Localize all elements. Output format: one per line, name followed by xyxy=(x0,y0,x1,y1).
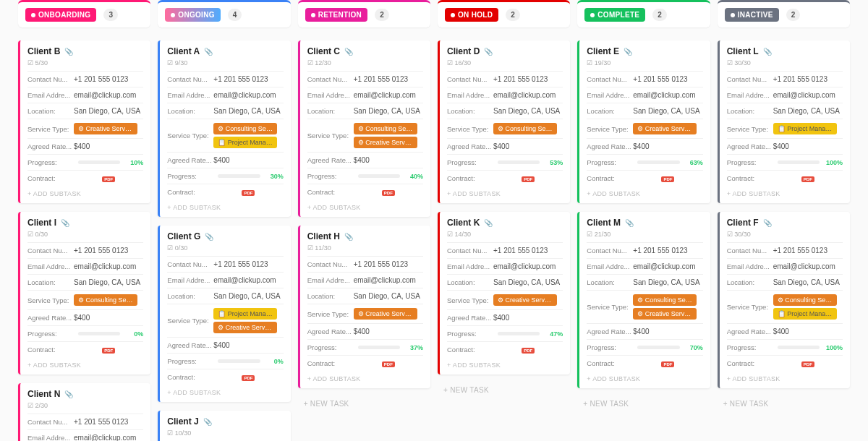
client-card[interactable]: Client J📎 ☑ 10/30 xyxy=(158,411,290,441)
service-tags: ⚙ Consulting Servi... xyxy=(74,294,137,306)
service-tag[interactable]: 📋 Project Manage... xyxy=(773,308,837,320)
column-header[interactable]: RETENTION 2 xyxy=(298,0,430,27)
client-card[interactable]: Client F📎 ☑ 30/30Contact Nu...+1 201 555… xyxy=(718,212,850,388)
add-subtask-button[interactable]: + ADD SUBTASK xyxy=(447,186,563,199)
client-card[interactable]: Client N📎 ☑ 2/30Contact Nu...+1 201 555 … xyxy=(18,383,150,441)
field-label: Progress: xyxy=(727,158,773,166)
contact-value: +1 201 555 0123 xyxy=(213,260,268,268)
pdf-icon[interactable]: PDF xyxy=(242,190,255,196)
pdf-icon[interactable]: PDF xyxy=(661,176,674,182)
field-label: Service Type: xyxy=(727,303,773,311)
service-tag[interactable]: ⚙ Consulting Servi... xyxy=(493,123,557,134)
client-card[interactable]: Client D📎 ☑ 16/30Contact Nu...+1 201 555… xyxy=(438,40,570,203)
new-task-button[interactable]: + NEW TASK xyxy=(718,397,850,411)
column-header[interactable]: INACTIVE 2 xyxy=(718,0,850,27)
service-tag[interactable]: ⚙ Consulting Servi... xyxy=(213,123,277,134)
pdf-icon[interactable]: PDF xyxy=(661,361,674,367)
field-label: Contact Nu... xyxy=(447,247,493,254)
new-task-button[interactable]: + NEW TASK xyxy=(577,397,710,411)
service-tag[interactable]: ⚙ Creative Services xyxy=(493,294,557,306)
add-subtask-button[interactable]: + ADD SUBTASK xyxy=(587,371,702,384)
column-header[interactable]: ONBOARDING 3 xyxy=(18,0,150,27)
field-label: Service Type: xyxy=(587,303,633,311)
service-tag[interactable]: ⚙ Creative Services xyxy=(354,308,417,320)
client-card[interactable]: Client C📎 ☑ 12/30Contact Nu...+1 201 555… xyxy=(298,40,430,217)
field-label: Contact Nu... xyxy=(307,260,354,268)
field-label: Email Addre... xyxy=(727,262,773,270)
field-label: Contact Nu... xyxy=(27,418,74,426)
location-value: San Diego, CA, USA xyxy=(354,292,420,300)
field-label: Email Addre... xyxy=(587,91,633,99)
field-label: Service Type: xyxy=(307,132,354,140)
field-label: Contract: xyxy=(27,346,74,354)
add-subtask-button[interactable]: + ADD SUBTASK xyxy=(587,186,702,199)
column-header[interactable]: ON HOLD 2 xyxy=(438,0,570,27)
pdf-icon[interactable]: PDF xyxy=(382,190,395,196)
client-card[interactable]: Client H📎 ☑ 11/30Contact Nu...+1 201 555… xyxy=(298,226,430,388)
client-card[interactable]: Client I📎 ☑ 0/30Contact Nu...+1 201 555 … xyxy=(18,212,150,374)
contact-value: +1 201 555 0123 xyxy=(74,247,128,254)
service-tag[interactable]: ⚙ Consulting Servi... xyxy=(354,123,417,134)
rate-value: $400 xyxy=(74,314,90,322)
add-subtask-button[interactable]: + ADD SUBTASK xyxy=(447,357,563,370)
pdf-icon[interactable]: PDF xyxy=(242,375,255,381)
kanban-board: ONBOARDING 3 Client B📎 ☑ 5/30Contact Nu.… xyxy=(0,0,868,441)
client-card[interactable]: Client M📎 ☑ 21/30Contact Nu...+1 201 555… xyxy=(577,212,710,388)
email-value: email@clickup.com xyxy=(493,262,556,270)
add-subtask-button[interactable]: + ADD SUBTASK xyxy=(727,371,843,384)
add-subtask-button[interactable]: + ADD SUBTASK xyxy=(167,385,283,398)
pdf-icon[interactable]: PDF xyxy=(801,176,814,182)
pdf-icon[interactable]: PDF xyxy=(102,348,115,354)
client-card[interactable]: Client L📎 ☑ 30/30Contact Nu...+1 201 555… xyxy=(718,40,850,203)
service-tag[interactable]: ⚙ Creative Services xyxy=(213,322,277,333)
card-list: Client E📎 ☑ 19/30Contact Nu...+1 201 555… xyxy=(577,40,710,411)
service-tag[interactable]: 📋 Project Manage... xyxy=(773,123,837,134)
add-subtask-button[interactable]: + ADD SUBTASK xyxy=(27,357,143,370)
client-card[interactable]: Client A📎 ☑ 9/30Contact Nu...+1 201 555 … xyxy=(158,40,290,217)
add-subtask-button[interactable]: + ADD SUBTASK xyxy=(167,200,283,213)
service-tag[interactable]: ⚙ Consulting Servi... xyxy=(633,294,697,306)
field-label: Location: xyxy=(167,107,213,115)
field-label: Service Type: xyxy=(727,125,773,133)
client-name: Client H xyxy=(307,231,340,241)
progress-bar xyxy=(498,160,540,164)
service-tag[interactable]: ⚙ Creative Services xyxy=(633,308,697,320)
client-card[interactable]: Client B📎 ☑ 5/30Contact Nu...+1 201 555 … xyxy=(18,40,150,203)
column-header[interactable]: COMPLETE 2 xyxy=(577,0,710,27)
service-tag[interactable]: ⚙ Consulting Servi... xyxy=(773,294,837,306)
new-task-button[interactable]: + NEW TASK xyxy=(298,397,430,411)
pdf-icon[interactable]: PDF xyxy=(522,176,535,182)
client-name: Client B xyxy=(27,46,60,56)
service-tag[interactable]: 📋 Project Manage... xyxy=(213,137,277,148)
add-subtask-button[interactable]: + ADD SUBTASK xyxy=(27,186,143,199)
email-value: email@clickup.com xyxy=(633,262,695,270)
field-label: Location: xyxy=(27,107,74,115)
client-card[interactable]: Client G📎 ☑ 0/30Contact Nu...+1 201 555 … xyxy=(158,226,290,402)
contact-value: +1 201 555 0123 xyxy=(354,260,408,268)
service-tag[interactable]: 📋 Project Manage... xyxy=(213,308,277,320)
column-header[interactable]: ONGOING 4 xyxy=(158,0,290,27)
pdf-icon[interactable]: PDF xyxy=(801,361,814,367)
service-tag[interactable]: ⚙ Consulting Servi... xyxy=(74,294,137,306)
field-label: Service Type: xyxy=(447,296,493,304)
client-name: Client D xyxy=(447,46,480,56)
new-task-button[interactable]: + NEW TASK xyxy=(438,383,570,397)
add-subtask-button[interactable]: + ADD SUBTASK xyxy=(727,186,843,199)
rate-value: $400 xyxy=(633,327,649,335)
pdf-icon[interactable]: PDF xyxy=(522,348,535,354)
client-card[interactable]: Client E📎 ☑ 19/30Contact Nu...+1 201 555… xyxy=(577,40,710,203)
add-subtask-button[interactable]: + ADD SUBTASK xyxy=(307,371,423,384)
pdf-icon[interactable]: PDF xyxy=(382,361,395,367)
service-tag[interactable]: ⚙ Creative Services xyxy=(354,137,417,148)
service-tag[interactable]: ⚙ Creative Services xyxy=(74,123,137,134)
add-subtask-button[interactable]: + ADD SUBTASK xyxy=(307,200,423,213)
client-card[interactable]: Client K📎 ☑ 14/30Contact Nu...+1 201 555… xyxy=(438,212,570,374)
email-value: email@clickup.com xyxy=(74,91,136,99)
service-tag[interactable]: ⚙ Creative Services xyxy=(633,123,697,134)
field-label: Service Type: xyxy=(447,125,493,133)
field-label: Location: xyxy=(587,107,633,115)
service-tags: ⚙ Consulting Servi...⚙ Creative Services xyxy=(633,294,702,320)
pdf-icon[interactable]: PDF xyxy=(102,176,115,182)
field-label: Agreed Rate... xyxy=(307,327,354,335)
field-label: Email Addre... xyxy=(167,276,213,284)
